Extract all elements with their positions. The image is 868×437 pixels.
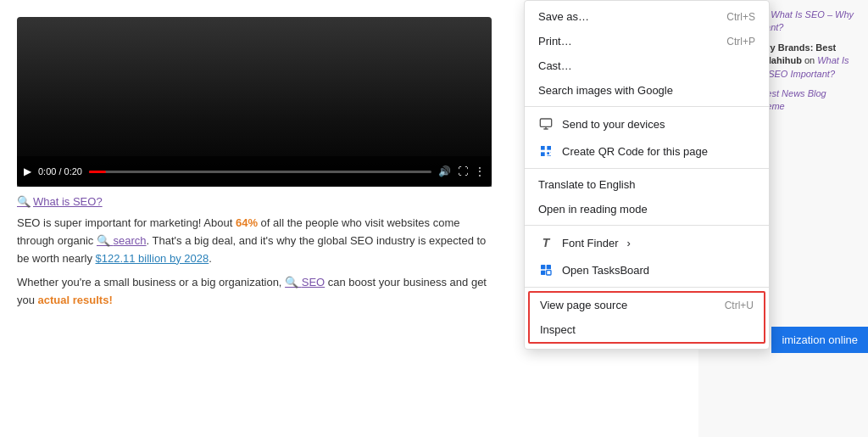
- qr-code-icon: [538, 143, 554, 159]
- progress-bar[interactable]: [89, 171, 431, 173]
- svg-rect-7: [541, 265, 545, 269]
- volume-icon[interactable]: 🔊: [438, 165, 451, 177]
- menu-item-search-images[interactable]: Search images with Google: [525, 78, 769, 103]
- seo-paragraph-1: SEO is super important for marketing! Ab…: [17, 215, 500, 267]
- search-icon: 🔍: [17, 195, 31, 208]
- svg-rect-1: [541, 146, 545, 150]
- monitor-icon: [538, 116, 554, 132]
- svg-rect-10: [547, 271, 551, 275]
- menu-item-create-qr[interactable]: Create QR Code for this page: [525, 137, 769, 165]
- svg-rect-5: [550, 152, 551, 153]
- font-finder-icon: T: [538, 235, 554, 250]
- menu-divider-1: [525, 106, 769, 107]
- progress-fill: [89, 171, 106, 173]
- menu-item-cast[interactable]: Cast…: [525, 53, 769, 78]
- menu-item-save-as[interactable]: Save as… Ctrl+S: [525, 4, 769, 29]
- search-link[interactable]: 🔍 search: [97, 234, 147, 247]
- menu-highlight-section: View page source Ctrl+U Inspect: [528, 291, 765, 344]
- video-controls: ▶ 0:00 / 0:20 🔊 ⛶ ⋮: [17, 156, 492, 187]
- svg-rect-0: [540, 119, 551, 126]
- menu-divider-4: [525, 287, 769, 288]
- context-menu: Save as… Ctrl+S Print… Ctrl+P Cast… Sear…: [524, 0, 770, 350]
- menu-item-inspect[interactable]: Inspect: [530, 317, 764, 342]
- results-highlight: actual results!: [38, 294, 113, 306]
- menu-divider-3: [525, 225, 769, 226]
- svg-rect-9: [541, 271, 545, 275]
- submenu-arrow-icon: ›: [626, 237, 630, 249]
- svg-rect-4: [547, 152, 549, 154]
- svg-rect-3: [541, 152, 545, 156]
- menu-item-send-to-devices[interactable]: Send to your devices: [525, 110, 769, 137]
- menu-divider-2: [525, 168, 769, 169]
- tasksboard-icon: [538, 262, 554, 277]
- menu-item-view-source[interactable]: View page source Ctrl+U: [530, 293, 764, 317]
- more-options-icon[interactable]: ⋮: [475, 165, 485, 177]
- play-button[interactable]: ▶: [24, 165, 31, 177]
- seo-paragraph-2: Whether you're a small business or a big…: [17, 274, 500, 310]
- video-time: 0:00 / 0:20: [38, 166, 82, 176]
- optimization-button[interactable]: imization online: [771, 327, 868, 353]
- menu-item-translate[interactable]: Translate to English: [525, 172, 769, 197]
- video-player: ▶ 0:00 / 0:20 🔊 ⛶ ⋮: [17, 17, 492, 187]
- fullscreen-icon[interactable]: ⛶: [458, 165, 468, 177]
- svg-rect-6: [547, 155, 551, 156]
- main-content: ▶ 0:00 / 0:20 🔊 ⛶ ⋮ 🔍 What is SEO? SEO i…: [0, 0, 517, 437]
- menu-item-font-finder[interactable]: T Font Finder ›: [525, 229, 769, 256]
- menu-item-print[interactable]: Print… Ctrl+P: [525, 29, 769, 53]
- percent-highlight: 64%: [236, 216, 258, 229]
- what-is-seo-link[interactable]: 🔍 What is SEO?: [17, 195, 500, 208]
- seo-link[interactable]: 🔍 SEO: [285, 276, 325, 289]
- menu-item-tasksboard[interactable]: Open TasksBoard: [525, 256, 769, 283]
- svg-rect-2: [547, 146, 551, 150]
- svg-rect-8: [547, 265, 551, 269]
- menu-item-reading-mode[interactable]: Open in reading mode: [525, 197, 769, 221]
- amount-link[interactable]: $122.11 billion by 2028: [96, 252, 209, 265]
